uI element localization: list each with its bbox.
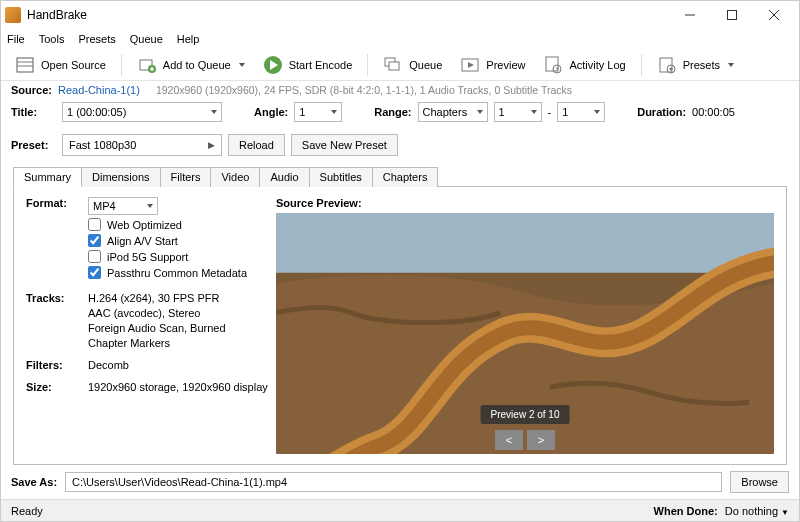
reload-button[interactable]: Reload <box>228 134 285 156</box>
preview-badge: Preview 2 of 10 <box>481 405 570 424</box>
statusbar: Ready When Done: Do nothing ▼ <box>1 499 799 521</box>
duration-value: 00:00:05 <box>692 106 735 118</box>
svg-rect-4 <box>17 58 33 72</box>
open-source-label: Open Source <box>41 59 106 71</box>
tab-chapters[interactable]: Chapters <box>372 167 439 187</box>
when-done-label: When Done: <box>654 505 718 517</box>
tab-video[interactable]: Video <box>210 167 260 187</box>
status-text: Ready <box>11 505 43 517</box>
range-type-select[interactable]: Chapters <box>418 102 488 122</box>
chevron-down-icon <box>477 110 483 114</box>
svg-point-23 <box>669 67 672 70</box>
tab-audio[interactable]: Audio <box>259 167 309 187</box>
chevron-down-icon <box>728 63 734 67</box>
titlebar: HandBrake <box>1 1 799 29</box>
reload-label: Reload <box>239 139 274 151</box>
format-value: MP4 <box>93 200 116 212</box>
window-title: HandBrake <box>27 8 669 22</box>
preview-title: Source Preview: <box>276 197 774 209</box>
svg-rect-14 <box>389 62 399 70</box>
queue-button[interactable]: Queue <box>377 52 448 78</box>
browse-button[interactable]: Browse <box>730 471 789 493</box>
menu-help[interactable]: Help <box>177 33 200 45</box>
when-done-area: When Done: Do nothing ▼ <box>654 505 789 517</box>
menubar: File Tools Presets Queue Help <box>1 29 799 49</box>
range-type-value: Chapters <box>423 106 468 118</box>
format-label: Format: <box>26 197 88 282</box>
toolbar-separator <box>367 54 368 76</box>
preview-area: Source Preview: Preview 2 of 10 < > <box>276 197 774 454</box>
tab-filters[interactable]: Filters <box>160 167 212 187</box>
chevron-down-icon <box>211 110 217 114</box>
minimize-button[interactable] <box>669 2 711 28</box>
maximize-button[interactable] <box>711 2 753 28</box>
format-select[interactable]: MP4 <box>88 197 158 215</box>
range-from-select[interactable]: 1 <box>494 102 542 122</box>
menu-file[interactable]: File <box>7 33 25 45</box>
save-new-preset-button[interactable]: Save New Preset <box>291 134 398 156</box>
passthru-checkbox[interactable]: Passthru Common Metadata <box>88 266 247 279</box>
source-preview-image: Preview 2 of 10 < > <box>276 213 774 454</box>
range-from-value: 1 <box>499 106 505 118</box>
svg-rect-17 <box>546 57 558 71</box>
chevron-down-icon <box>331 110 337 114</box>
size-value: 1920x960 storage, 1920x960 display <box>88 381 268 393</box>
tracks-label: Tracks: <box>26 292 88 349</box>
activity-log-icon <box>543 55 563 75</box>
queue-icon <box>383 55 403 75</box>
save-as-input[interactable] <box>65 472 722 492</box>
menu-queue[interactable]: Queue <box>130 33 163 45</box>
duration-label: Duration: <box>637 106 686 118</box>
preview-nav: < > <box>495 430 555 450</box>
angle-value: 1 <box>299 106 305 118</box>
preset-value: Fast 1080p30 <box>69 139 136 151</box>
tab-summary[interactable]: Summary <box>13 167 82 187</box>
tab-subtitles[interactable]: Subtitles <box>309 167 373 187</box>
add-to-queue-button[interactable]: Add to Queue <box>131 52 251 78</box>
angle-select[interactable]: 1 <box>294 102 342 122</box>
svg-marker-16 <box>468 62 474 68</box>
web-optimized-checkbox[interactable]: Web Optimized <box>88 218 247 231</box>
source-label: Source: <box>11 84 52 96</box>
title-value: 1 (00:00:05) <box>67 106 126 118</box>
range-separator: - <box>548 106 552 118</box>
toolbar-separator <box>641 54 642 76</box>
close-button[interactable] <box>753 2 795 28</box>
chevron-right-icon: ▶ <box>208 140 215 150</box>
menu-tools[interactable]: Tools <box>39 33 65 45</box>
presets-button[interactable]: Presets <box>651 52 740 78</box>
preset-select[interactable]: Fast 1080p30 ▶ <box>62 134 222 156</box>
range-to-select[interactable]: 1 <box>557 102 605 122</box>
window-controls <box>669 2 795 28</box>
chevron-down-icon <box>239 63 245 67</box>
save-new-label: Save New Preset <box>302 139 387 151</box>
presets-label: Presets <box>683 59 720 71</box>
preview-prev-button[interactable]: < <box>495 430 523 450</box>
align-av-checkbox[interactable]: Align A/V Start <box>88 234 247 247</box>
filters-value: Decomb <box>88 359 129 371</box>
source-name: Read-China-1(1) <box>58 84 140 96</box>
title-label: Title: <box>11 106 56 118</box>
toolbar-separator <box>121 54 122 76</box>
chevron-down-icon <box>531 110 537 114</box>
open-source-icon <box>15 55 35 75</box>
ipod-checkbox[interactable]: iPod 5G Support <box>88 250 247 263</box>
preview-next-button[interactable]: > <box>527 430 555 450</box>
range-to-value: 1 <box>562 106 568 118</box>
app-icon <box>5 7 21 23</box>
when-done-select[interactable]: Do nothing ▼ <box>725 505 789 517</box>
queue-label: Queue <box>409 59 442 71</box>
open-source-button[interactable]: Open Source <box>9 52 112 78</box>
activity-log-button[interactable]: Activity Log <box>537 52 631 78</box>
tracks-value: H.264 (x264), 30 FPS PFR AAC (avcodec), … <box>88 292 226 349</box>
activity-log-label: Activity Log <box>569 59 625 71</box>
save-as-label: Save As: <box>11 476 57 488</box>
preview-button[interactable]: Preview <box>454 52 531 78</box>
start-encode-button[interactable]: Start Encode <box>257 52 359 78</box>
toolbar: Open Source Add to Queue Start Encode Qu… <box>1 49 799 81</box>
menu-presets[interactable]: Presets <box>78 33 115 45</box>
title-select[interactable]: 1 (00:00:05) <box>62 102 222 122</box>
preset-row: Preset: Fast 1080p30 ▶ Reload Save New P… <box>1 131 799 159</box>
angle-label: Angle: <box>254 106 288 118</box>
tab-dimensions[interactable]: Dimensions <box>81 167 160 187</box>
